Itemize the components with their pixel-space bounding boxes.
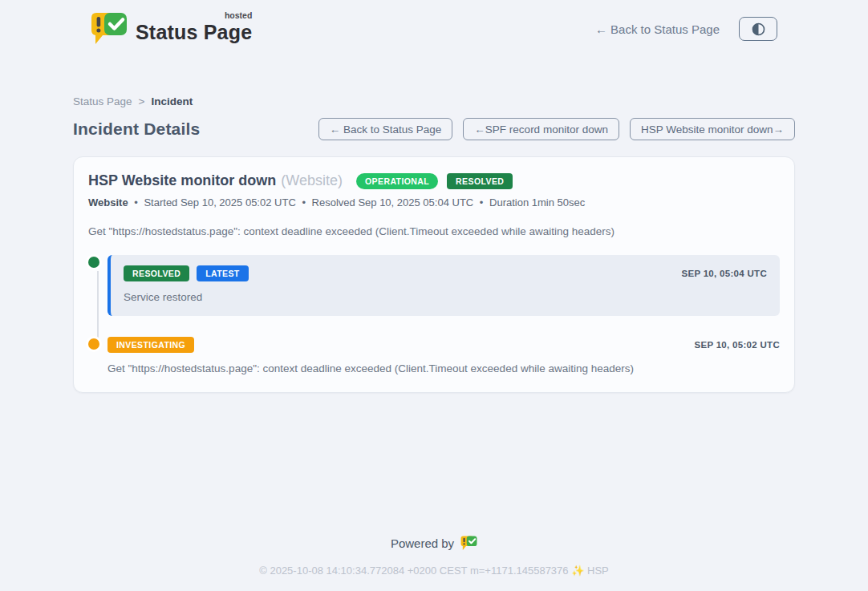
page-title: Incident Details bbox=[73, 119, 200, 139]
timeline-timestamp: SEP 10, 05:04 UTC bbox=[681, 269, 767, 278]
status-page-logo-icon bbox=[91, 12, 128, 46]
incident-timeline: RESOLVED LATEST SEP 10, 05:04 UTC Servic… bbox=[88, 255, 780, 374]
breadcrumb-separator: > bbox=[139, 95, 145, 107]
copyright-text: © 2025-10-08 14:10:34.772084 +0200 CEST … bbox=[0, 565, 868, 577]
next-incident-button[interactable]: HSP Website monitor down→ bbox=[630, 118, 795, 140]
brand-name: Status Page bbox=[136, 21, 252, 43]
bullet-separator: • bbox=[302, 196, 306, 208]
timeline-message: Service restored bbox=[124, 291, 767, 303]
brand-hosted-label: hosted bbox=[225, 10, 252, 20]
brand-logo[interactable]: hosted Status Page bbox=[91, 12, 252, 46]
incident-card: HSP Website monitor down (Website) OPERA… bbox=[73, 156, 795, 393]
header-back-to-status-page-link[interactable]: ← Back to Status Page bbox=[595, 22, 720, 36]
timeline-badge-latest: LATEST bbox=[197, 265, 248, 281]
half-circle-contrast-icon bbox=[751, 22, 766, 37]
incident-nav-buttons: ← Back to Status Page ←SPF record monito… bbox=[318, 118, 795, 140]
state-badge-resolved: RESOLVED bbox=[447, 173, 513, 189]
timeline-item-resolved: RESOLVED LATEST SEP 10, 05:04 UTC Servic… bbox=[88, 255, 780, 316]
incident-meta: Website • Started Sep 10, 2025 05:02 UTC… bbox=[88, 196, 780, 208]
timeline-badge-investigating: INVESTIGATING bbox=[107, 337, 194, 353]
timeline-badge-resolved: RESOLVED bbox=[124, 265, 189, 281]
bullet-separator: • bbox=[134, 196, 138, 208]
powered-by-label: Powered by bbox=[391, 536, 454, 550]
timeline-latest-update-box: RESOLVED LATEST SEP 10, 05:04 UTC Servic… bbox=[107, 255, 780, 316]
previous-incident-button[interactable]: ←SPF record monitor down bbox=[463, 118, 619, 140]
meta-started: Started Sep 10, 2025 05:02 UTC bbox=[144, 196, 295, 208]
breadcrumb-current-incident: Incident bbox=[151, 95, 193, 107]
incident-description: Get "https://hostedstatus.page": context… bbox=[88, 225, 780, 237]
incident-component-label: (Website) bbox=[281, 172, 343, 189]
timeline-timestamp: SEP 10, 05:02 UTC bbox=[694, 340, 780, 350]
incident-title: HSP Website monitor down bbox=[88, 172, 276, 189]
timeline-message: Get "https://hostedstatus.page": context… bbox=[107, 362, 780, 374]
timeline-dot-orange bbox=[88, 338, 99, 350]
theme-toggle-button[interactable] bbox=[739, 17, 777, 41]
status-badge-operational: OPERATIONAL bbox=[356, 173, 438, 189]
breadcrumb: Status Page > Incident bbox=[73, 95, 795, 107]
site-header: hosted Status Page ← Back to Status Page bbox=[0, 0, 868, 55]
meta-component: Website bbox=[88, 196, 128, 208]
status-page-logo-icon bbox=[460, 536, 477, 551]
meta-duration: Duration 1min 50sec bbox=[489, 196, 585, 208]
timeline-dot-green bbox=[88, 257, 99, 268]
timeline-item-investigating: INVESTIGATING SEP 10, 05:02 UTC Get "htt… bbox=[88, 337, 780, 374]
site-footer: Powered by © 2025-10-08 14:10:34.772084 … bbox=[0, 536, 868, 591]
bullet-separator: • bbox=[480, 196, 484, 208]
meta-resolved: Resolved Sep 10, 2025 05:04 UTC bbox=[312, 196, 474, 208]
main-content: Status Page > Incident Incident Details … bbox=[73, 55, 795, 393]
breadcrumb-status-page-link[interactable]: Status Page bbox=[73, 95, 132, 107]
back-to-status-page-button[interactable]: ← Back to Status Page bbox=[318, 118, 453, 140]
